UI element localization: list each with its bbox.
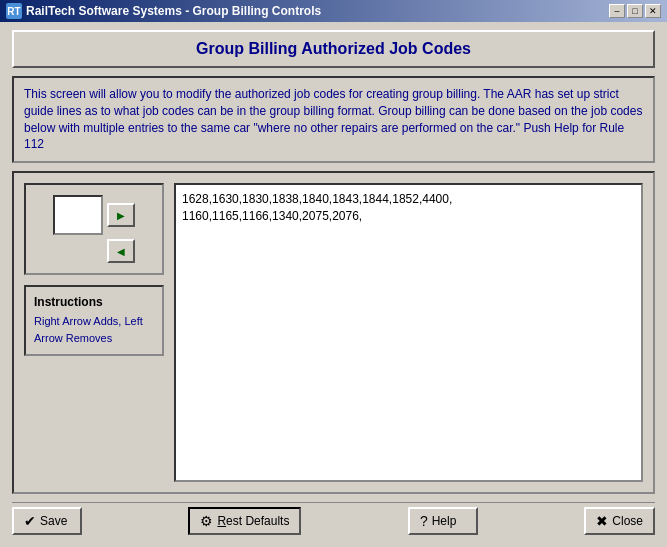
- arrow-area: ▶ ◀: [24, 183, 164, 275]
- save-label: Save: [40, 514, 67, 528]
- minimize-button[interactable]: –: [609, 4, 625, 18]
- app-icon-text: RT: [7, 6, 20, 17]
- close-label: Close: [612, 514, 643, 528]
- main-window: Group Billing Authorized Job Codes This …: [0, 22, 667, 547]
- arrow-row-bottom: ◀: [53, 239, 135, 263]
- bottom-bar: ✔ Save ⚙ Rest Defaults ? Help ✖ Close: [12, 502, 655, 539]
- rest-defaults-group: ⚙ Rest Defaults: [188, 507, 301, 535]
- close-button[interactable]: ✖ Close: [584, 507, 655, 535]
- rest-icon: ⚙: [200, 513, 213, 529]
- close-group: ✖ Close: [584, 507, 655, 535]
- save-icon: ✔: [24, 513, 36, 529]
- content-area: ▶ ◀ Instructions Right Arrow Adds, Left …: [12, 171, 655, 494]
- title-bar: RT RailTech Software Systems - Group Bil…: [0, 0, 667, 22]
- title-bar-title: RailTech Software Systems - Group Billin…: [26, 4, 321, 18]
- help-button[interactable]: ? Help: [408, 507, 478, 535]
- help-icon: ?: [420, 513, 428, 529]
- title-bar-left: RT RailTech Software Systems - Group Bil…: [6, 3, 321, 19]
- close-icon: ✖: [596, 513, 608, 529]
- instructions-box: Instructions Right Arrow Adds, Left Arro…: [24, 285, 164, 356]
- description-box: This screen will allow you to modify the…: [12, 76, 655, 163]
- right-arrow-button[interactable]: ▶: [107, 203, 135, 227]
- title-bar-controls: – □ ✕: [609, 4, 661, 18]
- instructions-text: Right Arrow Adds, Left Arrow Removes: [34, 313, 154, 346]
- left-arrow-button[interactable]: ◀: [107, 239, 135, 263]
- rest-defaults-label: Rest Defaults: [217, 514, 289, 528]
- window-close-button[interactable]: ✕: [645, 4, 661, 18]
- instructions-title: Instructions: [34, 295, 154, 309]
- rest-defaults-button[interactable]: ⚙ Rest Defaults: [188, 507, 301, 535]
- help-label: Help: [432, 514, 457, 528]
- job-codes-textarea[interactable]: [174, 183, 643, 482]
- save-group: ✔ Save: [12, 507, 82, 535]
- header-box: Group Billing Authorized Job Codes: [12, 30, 655, 68]
- arrow-row-top: ▶: [53, 195, 135, 235]
- app-icon: RT: [6, 3, 22, 19]
- help-group: ? Help: [408, 507, 478, 535]
- save-button[interactable]: ✔ Save: [12, 507, 82, 535]
- description-text: This screen will allow you to modify the…: [24, 87, 642, 151]
- input-box[interactable]: [53, 195, 103, 235]
- header-title: Group Billing Authorized Job Codes: [196, 40, 471, 57]
- text-area-container: [174, 183, 643, 482]
- maximize-button[interactable]: □: [627, 4, 643, 18]
- left-panel: ▶ ◀ Instructions Right Arrow Adds, Left …: [24, 183, 164, 482]
